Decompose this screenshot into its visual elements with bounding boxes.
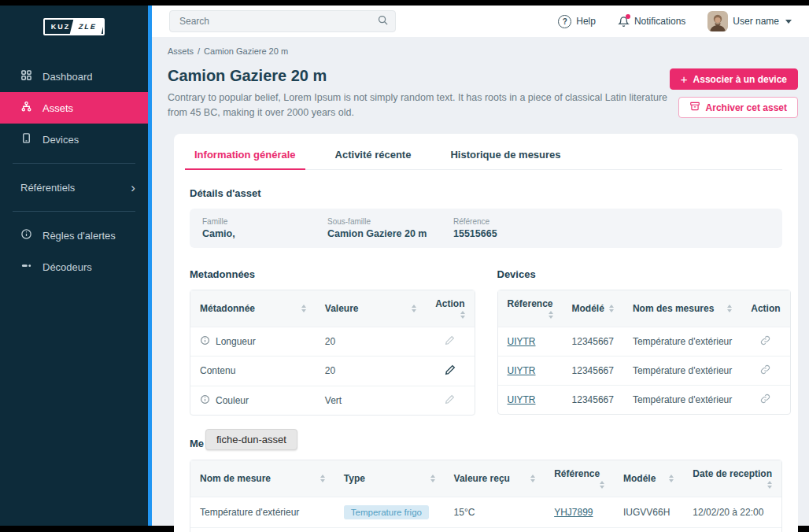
- search-input[interactable]: [178, 15, 377, 28]
- hover-tooltip: fiche-dun-asset: [205, 429, 297, 450]
- search-icon[interactable]: [377, 14, 389, 29]
- sort-icon[interactable]: [549, 311, 553, 319]
- sidebar-item-devices[interactable]: Devices: [0, 124, 148, 155]
- sidebar: KUZ ZLE Dashboard Assets Devices Référen…: [0, 6, 152, 526]
- table-row: UIYTR 12345667 Température d'extérieur: [498, 356, 790, 385]
- metadata-name: Contenu: [200, 365, 235, 376]
- metadata-value: 20: [316, 327, 426, 356]
- user-menu[interactable]: User name: [707, 11, 792, 31]
- edit-pencil-icon[interactable]: [445, 335, 455, 345]
- sort-icon[interactable]: [430, 475, 435, 482]
- metadata-name: Longueur: [216, 336, 256, 347]
- measure-name: Température d'extérieur: [190, 497, 334, 527]
- chevron-right-icon: ›: [131, 181, 135, 194]
- sidebar-item-label: Dashboard: [42, 71, 93, 83]
- measure-reference-link[interactable]: YHJ7899: [554, 507, 593, 518]
- sidebar-item-referentiels[interactable]: Référentiels ›: [0, 172, 148, 203]
- associate-device-label: Associer à un device: [693, 74, 787, 85]
- field-label: Famille: [202, 217, 327, 226]
- assets-sitemap-icon: [20, 101, 32, 115]
- help-button[interactable]: ? Help: [558, 15, 596, 28]
- sort-icon[interactable]: [669, 475, 674, 482]
- breadcrumb-assets[interactable]: Assets: [168, 46, 194, 56]
- plus-icon: +: [681, 72, 688, 86]
- field-value: Camio,: [202, 228, 327, 239]
- device-reference-link[interactable]: UIYTR: [508, 336, 536, 347]
- measure-model: IUGVV66H: [614, 527, 683, 532]
- edit-pencil-icon[interactable]: [445, 394, 455, 405]
- breadcrumb-current: Camion Gaziere 20 m: [204, 46, 288, 56]
- field-value: Camion Gaziere 20 m: [327, 228, 453, 239]
- sidebar-item-regles-alertes[interactable]: Règles d'alertes: [0, 220, 148, 251]
- device-model: 12345667: [563, 385, 623, 414]
- device-measure: Température d'extérieur: [623, 385, 741, 414]
- details-panel: Famille Camio, Sous-famille Camion Gazie…: [190, 209, 782, 248]
- info-icon[interactable]: [200, 335, 210, 348]
- sort-icon[interactable]: [320, 475, 325, 482]
- bell-icon: [618, 16, 630, 28]
- field-value: 15515665: [453, 228, 770, 239]
- col-valeure-recu: Valeure reçu: [445, 460, 545, 497]
- measure-date: 12/02/20 à 22:00: [683, 497, 781, 527]
- logo-right: ZLE: [70, 20, 105, 34]
- sidebar-nav: Dashboard Assets Devices Référentiels › …: [0, 61, 148, 283]
- sort-icon[interactable]: [460, 311, 465, 319]
- device-reference-link[interactable]: UIYTR: [508, 365, 536, 376]
- link-chain-icon[interactable]: [760, 335, 770, 345]
- screen-frame: KUZ ZLE Dashboard Assets Devices Référen…: [0, 0, 809, 532]
- asset-card: Information générale Activité récente Hi…: [174, 134, 798, 532]
- sort-icon[interactable]: [530, 475, 535, 482]
- table-row: Position GPS Lat /Lon 49.50000 / 49.0000…: [190, 527, 781, 532]
- tab-information-generale[interactable]: Information générale: [190, 146, 301, 169]
- tab-historique-mesures[interactable]: Historique de mesures: [445, 146, 565, 169]
- devices-table: Réference Modélé Nom des mesures Action …: [497, 290, 791, 415]
- devices-heading: Devices: [497, 268, 783, 280]
- notifications-label: Notifications: [634, 16, 685, 27]
- detail-field-reference: Référence 15515665: [453, 217, 770, 239]
- archive-asset-label: Archiver cet asset: [706, 102, 787, 113]
- topbar-right: ? Help Notifications User name: [558, 11, 792, 31]
- sidebar-item-dashboard[interactable]: Dashboard: [0, 61, 148, 92]
- measures-heading-row: Me fiche-dun-asset: [190, 436, 782, 450]
- sort-icon[interactable]: [727, 305, 732, 312]
- sidebar-item-label: Référentiels: [20, 182, 75, 194]
- associate-device-button[interactable]: + Associer à un device: [670, 68, 798, 90]
- dashboard-grid-icon: [20, 69, 32, 83]
- detail-field-sous-famille: Sous-famille Camion Gaziere 20 m: [327, 217, 453, 239]
- edit-pencil-icon[interactable]: [445, 364, 456, 375]
- sidebar-item-label: Décodeurs: [42, 261, 92, 273]
- sidebar-item-assets[interactable]: Assets: [0, 92, 148, 124]
- user-avatar: [707, 11, 728, 31]
- sidebar-item-decodeurs[interactable]: Décodeurs: [0, 251, 148, 283]
- notification-badge-dot: [626, 14, 630, 19]
- sort-icon[interactable]: [412, 305, 416, 312]
- device-model: 12345667: [563, 356, 623, 385]
- metadata-section: Metadonnées Métadonnée Valeure Action: [190, 251, 475, 416]
- page-header-actions: + Associer à un device Archiver cet asse…: [670, 68, 798, 118]
- measures-table: Nom de mesure Type Valeure reçu Référenc…: [190, 460, 782, 532]
- sidebar-item-label: Assets: [42, 102, 73, 114]
- link-chain-icon[interactable]: [760, 364, 770, 375]
- archive-asset-button[interactable]: Archiver cet asset: [678, 97, 798, 118]
- field-label: Sous-famille: [327, 217, 453, 226]
- metadata-value: Vert: [316, 386, 426, 415]
- col-modele: Modéle: [614, 460, 683, 497]
- kuzzle-logo: KUZ ZLE: [43, 18, 105, 35]
- col-action: Action: [741, 290, 789, 327]
- sort-icon[interactable]: [301, 305, 306, 312]
- measure-value: 15°C: [445, 497, 545, 527]
- device-reference-link[interactable]: UIYTR: [508, 394, 536, 405]
- table-row: UIYTR 12345667 Température d'extérieur: [498, 385, 790, 414]
- app-window: KUZ ZLE Dashboard Assets Devices Référen…: [0, 6, 809, 526]
- sort-icon[interactable]: [600, 481, 604, 489]
- info-circle-icon: [20, 228, 32, 242]
- breadcrumb: Assets/Camion Gaziere 20 m: [168, 46, 798, 56]
- link-chain-icon[interactable]: [760, 393, 770, 404]
- notifications-button[interactable]: Notifications: [618, 16, 685, 28]
- search-box[interactable]: [169, 10, 396, 32]
- sort-icon[interactable]: [609, 305, 614, 312]
- info-icon[interactable]: [200, 394, 210, 407]
- sort-icon[interactable]: [767, 481, 772, 489]
- measure-model: IUGVV66H: [614, 497, 683, 527]
- tab-activite-recente[interactable]: Activité récente: [331, 146, 416, 169]
